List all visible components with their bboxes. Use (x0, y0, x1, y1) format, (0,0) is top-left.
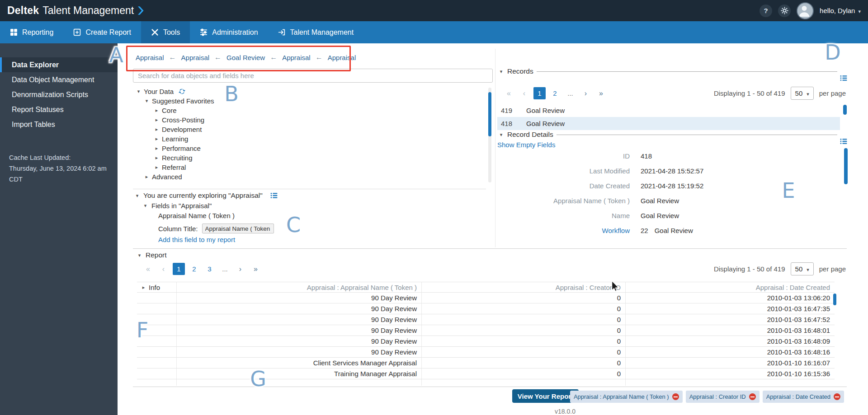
page-2-button[interactable]: 2 (549, 87, 561, 99)
first-page-button[interactable]: « (142, 263, 154, 275)
tree-item-learning[interactable]: Learning (133, 134, 486, 144)
chevron-collapsed-icon[interactable] (154, 164, 160, 170)
next-page-button[interactable]: › (580, 87, 592, 99)
report-field-chips: Appraisal : Appraisal Name ( Token ) App… (570, 391, 844, 403)
details-list-view-icon[interactable] (840, 138, 847, 146)
pager-ellipsis: ... (219, 263, 231, 275)
refresh-icon[interactable] (179, 88, 185, 95)
chevron-collapsed-icon[interactable] (154, 107, 160, 113)
details-scrollbar-thumb[interactable] (844, 148, 848, 184)
next-page-button[interactable]: › (234, 263, 246, 275)
table-row[interactable]: 90 Day Review 0 2010-01-03 16:47:52 (137, 314, 835, 325)
user-menu[interactable]: hello, Dylan (820, 7, 861, 15)
tree-item-your-data[interactable]: Your Data (133, 87, 486, 96)
tree-scrollbar-thumb[interactable] (488, 92, 491, 136)
chevron-down-icon (807, 89, 809, 97)
last-page-button[interactable]: » (595, 87, 607, 99)
sidebar: Data Explorer Data Object Management Den… (0, 43, 118, 415)
chevron-collapsed-icon[interactable] (154, 155, 160, 161)
column-header-date-created[interactable]: Appraisal : Date Created (625, 282, 835, 292)
table-row[interactable]: 90 Day Review 0 2010-01-03 13:06:20 (137, 293, 835, 303)
wrench-icon (151, 28, 159, 36)
table-row[interactable]: 90 Day Review 0 2010-01-03 16:48:01 (137, 325, 835, 336)
page-1-button[interactable]: 1 (533, 87, 546, 99)
list-view-icon[interactable] (270, 192, 278, 199)
tree-item-advanced[interactable]: Advanced (133, 172, 486, 182)
help-button[interactable]: ? (760, 5, 772, 17)
remove-field-icon[interactable] (834, 393, 840, 400)
table-row[interactable]: Client Services Manager Appraisal 0 2010… (137, 358, 835, 368)
tree-item-cross-posting[interactable]: Cross-Posting (133, 115, 486, 125)
nav-create-report[interactable]: Create Report (63, 21, 141, 43)
tree-item-performance[interactable]: Performance (133, 144, 486, 153)
sidebar-item-import-tables[interactable]: Import Tables (0, 117, 118, 132)
record-row-419[interactable]: 419 Goal Review (497, 104, 840, 117)
show-empty-fields-link[interactable]: Show Empty Fields (497, 141, 555, 149)
settings-button[interactable] (778, 5, 791, 17)
prev-page-button[interactable]: ‹ (518, 87, 530, 99)
records-list-view-icon[interactable] (840, 75, 847, 83)
record-row-418[interactable]: 418 Goal Review (497, 117, 840, 130)
chip-creator-id[interactable]: Appraisal : Creator ID (686, 391, 760, 403)
page-3-button[interactable]: 3 (203, 263, 216, 275)
records-page-size-select[interactable]: 50 (791, 87, 814, 100)
divider (537, 71, 837, 72)
tree-item-core[interactable]: Core (133, 106, 486, 115)
last-page-button[interactable]: » (250, 263, 262, 275)
table-scrollbar-thumb[interactable] (833, 294, 836, 305)
records-scrollbar-thumb[interactable] (843, 105, 847, 115)
user-avatar[interactable] (797, 2, 814, 19)
nav-reporting[interactable]: Reporting (0, 21, 63, 43)
chevron-expanded-icon[interactable] (136, 89, 142, 94)
chevron-collapsed-icon[interactable] (154, 126, 160, 132)
chip-appraisal-name[interactable]: Appraisal : Appraisal Name ( Token ) (570, 391, 683, 403)
page-2-button[interactable]: 2 (188, 263, 200, 275)
chevron-expanded-icon[interactable] (498, 132, 504, 138)
table-row[interactable]: 90 Day Review 0 2010-01-03 16:48:09 (137, 336, 835, 347)
remove-field-icon[interactable] (672, 393, 679, 400)
exploring-header: You are currently exploring "Appraisal" (134, 191, 278, 200)
report-page-size-select[interactable]: 50 (791, 262, 814, 275)
chevron-collapsed-icon[interactable] (154, 136, 160, 142)
nav-talent-management[interactable]: Talent Management (268, 21, 364, 43)
prev-page-button[interactable]: ‹ (157, 263, 170, 275)
chevron-expanded-icon[interactable] (134, 193, 140, 199)
tree-item-referral[interactable]: Referral (133, 163, 486, 172)
chevron-expanded-icon[interactable] (144, 98, 150, 104)
table-row[interactable]: 90 Day Review 0 2010-01-03 16:47:35 (137, 303, 835, 314)
nav-tools[interactable]: Tools (141, 21, 190, 43)
chevron-expanded-icon[interactable] (142, 203, 148, 209)
sidebar-item-data-object-management[interactable]: Data Object Management (0, 72, 118, 87)
column-header-appraisal-name[interactable]: Appraisal : Appraisal Name ( Token ) (176, 282, 421, 292)
sidebar-item-data-explorer[interactable]: Data Explorer (0, 57, 118, 72)
table-row[interactable]: Training Manager Appraisal 0 2010-01-10 … (137, 368, 835, 379)
chevron-expanded-icon[interactable] (498, 69, 504, 75)
remove-field-icon[interactable] (749, 393, 756, 400)
table-row[interactable]: 90 Day Review 0 2010-01-03 16:48:16 (137, 347, 835, 358)
chevron-collapsed-icon[interactable] (144, 174, 150, 180)
workflow-link[interactable]: Workflow (497, 227, 641, 234)
info-column-header[interactable]: Info (137, 282, 176, 292)
chevron-collapsed-icon[interactable] (154, 117, 160, 123)
chevron-collapsed-icon[interactable] (141, 284, 146, 290)
sidebar-item-report-statuses[interactable]: Report Statuses (0, 102, 118, 117)
divider (557, 135, 837, 135)
add-field-link[interactable]: Add this field to my report (158, 236, 235, 243)
sidebar-item-denormalization-scripts[interactable]: Denormalization Scripts (0, 87, 118, 102)
workflow-value-link[interactable]: Goal Review (655, 227, 693, 234)
chip-date-created[interactable]: Appraisal : Date Created (763, 391, 844, 403)
field-name: Appraisal Name ( Token ) (158, 212, 235, 219)
column-title-input[interactable] (202, 224, 274, 233)
view-your-report-button[interactable]: View Your Report (512, 389, 579, 403)
nav-administration[interactable]: Administration (190, 21, 268, 43)
tree-item-development[interactable]: Development (133, 125, 486, 134)
chevron-expanded-icon[interactable] (137, 252, 142, 258)
column-header-creator-id[interactable]: Appraisal : Creator ID (421, 282, 625, 292)
tree-item-suggested-favorites[interactable]: Suggested Favorites (133, 96, 486, 106)
detail-row-last-modified: Last Modified 2021-04-28 15:52:57 (497, 163, 823, 178)
first-page-button[interactable]: « (503, 87, 515, 99)
chevron-collapsed-icon[interactable] (154, 145, 160, 151)
help-icon: ? (764, 7, 768, 14)
page-1-button[interactable]: 1 (173, 263, 185, 275)
tree-item-recruiting[interactable]: Recruiting (133, 153, 486, 163)
